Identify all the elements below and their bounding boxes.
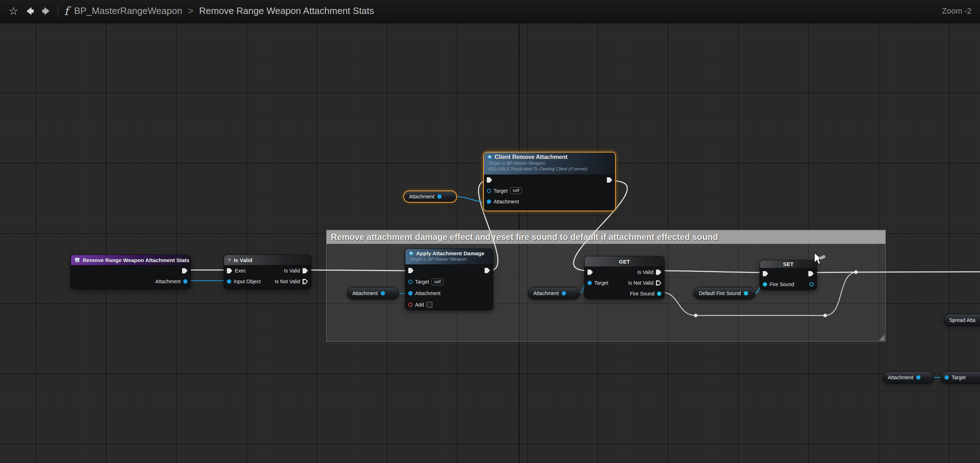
node-subtitle: Target is BP Master Weapon [409,256,489,262]
attachment-out-pin[interactable] [562,291,566,295]
node-get-fire-sound[interactable]: GET Is Valid Target Is Not Valid Fire So… [584,256,665,299]
mouse-cursor [809,250,830,271]
node-title: Is Valid [234,257,252,263]
node-title: Client Remove Attachment [495,154,568,160]
comment-resize-handle[interactable] [878,334,885,341]
pin-label: Is Valid [637,269,654,275]
add-pin[interactable] [408,303,412,307]
is-valid-out-pin[interactable] [302,268,308,274]
node-function-entry[interactable]: Remove Range Weapon Attachment Stats Att… [71,255,191,289]
pin-row: Add [406,299,493,311]
var-node-attachment[interactable]: Attachment [403,190,457,203]
pin-row: Target Is Not Valid [585,277,664,288]
pin-label: Attachment [155,279,181,284]
var-label: Spread Atta [949,317,975,323]
node-header: Apply Attachment Damage Target is BP Mas… [406,249,493,265]
pin-row [760,268,816,279]
pin-row [484,175,615,186]
node-header: ? Is Valid [224,255,311,265]
pin-row [71,265,190,276]
node-partial-target[interactable]: Target [940,371,980,384]
node-set-fire-sound[interactable]: SET Fire Sound [760,260,817,290]
pin-label: Target [952,374,966,380]
pin-row: Exec Is Valid [224,265,311,276]
node-header: Client Remove Attachment Target is BP Ma… [484,152,615,175]
exec-out-pin[interactable] [808,271,814,276]
var-node-default-fire-sound[interactable]: Default Fire Sound [694,287,755,300]
pin-label: Add [415,302,424,308]
pin-row: Input Object Is Not Valid [224,276,311,287]
fire-sound-out-pin[interactable] [810,282,814,287]
add-checkbox[interactable] [426,302,432,308]
pin-label: Is Valid [284,268,300,274]
forward-arrow-button[interactable] [40,5,53,17]
target-default-value: self [510,187,522,194]
pin-row: Target self [406,276,493,287]
default-fire-sound-out-pin[interactable] [744,291,748,295]
question-icon: ? [228,257,231,263]
exec-in-pin[interactable] [487,177,492,182]
exec-in-pin[interactable] [587,270,593,275]
attachment-out-pin[interactable] [437,195,442,199]
exec-in-pin[interactable] [227,268,232,274]
node-is-valid[interactable]: ? Is Valid Exec Is Valid Input Object Is… [224,255,311,289]
pin-label: Target [493,188,508,194]
is-not-valid-out-pin[interactable] [302,279,308,284]
node-client-remove-attachment[interactable]: Client Remove Attachment Target is BP Ma… [483,152,616,211]
attachment-out-pin[interactable] [916,375,921,380]
var-label: Attachment [352,290,378,296]
pin-row: Attachment [484,196,615,207]
var-node-attachment[interactable]: Attachment [347,287,399,300]
var-node-attachment[interactable]: Attachment [528,287,580,300]
toolbar-separator [58,6,59,16]
exec-in-pin[interactable] [763,271,768,276]
function-icon [487,154,493,160]
node-header: Remove Range Weapon Attachment Stats [71,255,190,265]
exec-out-pin[interactable] [485,268,490,273]
breadcrumb-separator: > [188,5,193,16]
fire-sound-out-pin[interactable] [657,292,661,296]
attachment-out-pin[interactable] [183,279,188,284]
is-valid-out-pin[interactable] [656,270,661,275]
attachment-pin[interactable] [408,291,412,295]
back-arrow-button[interactable] [23,5,35,17]
fire-sound-in-pin[interactable] [763,282,767,287]
favorite-star-icon[interactable]: ☆ [9,6,18,16]
node-subtitle: Target is BP Master Weapon [487,160,611,166]
node-header: SET [760,260,816,268]
target-in-pin[interactable] [945,375,949,380]
node-title: SET [783,261,793,267]
target-pin[interactable] [487,189,491,193]
exec-out-pin[interactable] [607,177,612,182]
attachment-out-pin[interactable] [381,291,385,295]
exec-out-pin[interactable] [182,268,188,274]
exec-in-pin[interactable] [408,268,414,273]
input-object-pin[interactable] [227,279,231,284]
target-pin[interactable] [587,281,592,285]
node-header: GET [585,256,664,267]
pin-label: Is Not Valid [275,279,300,284]
attachment-pin[interactable] [487,200,491,204]
function-glyph-icon: f [64,5,68,17]
node-title: Apply Attachment Damage [416,250,484,256]
is-not-valid-out-pin[interactable] [656,281,661,286]
target-pin[interactable] [408,280,412,284]
var-node-attachment[interactable]: Attachment [883,371,934,384]
pin-label: Target [415,279,429,285]
function-entry-icon [75,257,80,263]
var-node-spread-attachment[interactable]: Spread Atta [944,314,980,326]
pin-row: Attachment [71,276,190,287]
node-title: GET [619,258,630,265]
forward-arrow-icon [41,6,52,16]
var-label: Attachment [888,374,913,380]
breadcrumb-parent[interactable]: BP_MasterRangeWeapon [74,5,183,16]
var-label: Attachment [409,194,434,200]
var-label: Default Fire Sound [699,290,741,296]
pin-row: Fire Sound [585,288,664,299]
breadcrumb-toolbar: ☆ f BP_MasterRangeWeapon > Remove Range … [0,0,980,22]
node-apply-attachment-damage[interactable]: Apply Attachment Damage Target is BP Mas… [405,249,493,310]
comment-header[interactable]: Remove attachment damage effect and rese… [326,230,885,244]
pin-label: Target [594,280,608,286]
graph-canvas[interactable]: Remove attachment damage effect and rese… [0,0,980,463]
pin-row: Fire Sound [760,279,816,290]
